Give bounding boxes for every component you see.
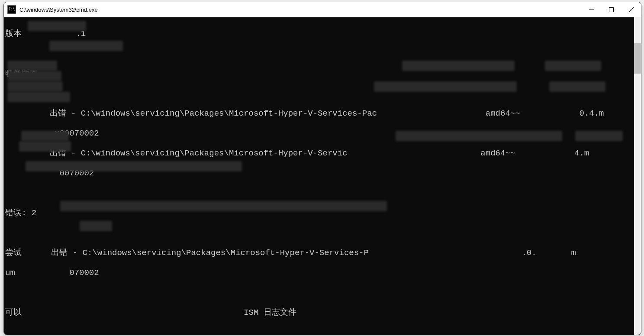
redaction <box>7 81 63 92</box>
redaction <box>80 221 112 231</box>
console-line: 可以 ISM 日志文件 <box>5 308 641 318</box>
redaction <box>26 161 242 171</box>
scrollbar-thumb[interactable] <box>634 43 641 74</box>
cmd-window: C:\ C:\windows\System32\cmd.exe 版本 .1 映像… <box>3 2 641 335</box>
redaction <box>49 41 123 51</box>
redaction <box>7 71 61 81</box>
console-line: um 070002 <box>5 268 641 278</box>
redaction <box>7 92 70 102</box>
redaction <box>402 61 515 71</box>
window-controls <box>581 2 641 17</box>
console-line: 出错 - C:\windows\servicing\Packages\Micro… <box>5 109 641 119</box>
close-button[interactable] <box>621 2 641 17</box>
console-line <box>5 188 641 198</box>
console-output[interactable]: 版本 .1 映像版本 出错 - C:\windows\servicing\Pac… <box>4 17 641 335</box>
minimize-button[interactable] <box>581 2 601 17</box>
console-line: 尝试 出错 - C:\windows\servicing\Packages\Mi… <box>5 248 641 258</box>
redaction <box>396 131 562 141</box>
svg-rect-1 <box>609 7 613 12</box>
title-left: C:\ C:\windows\System32\cmd.exe <box>4 5 98 14</box>
console-line <box>5 89 641 99</box>
redaction <box>549 81 605 92</box>
console-line: 版本 .1 <box>5 29 641 39</box>
cmd-icon: C:\ <box>7 5 16 14</box>
redaction <box>60 201 387 211</box>
redaction <box>575 131 623 141</box>
maximize-button[interactable] <box>601 2 621 17</box>
titlebar[interactable]: C:\ C:\windows\System32\cmd.exe <box>4 2 641 17</box>
redaction <box>545 61 601 71</box>
scrollbar[interactable] <box>634 17 641 335</box>
console-line <box>5 328 641 335</box>
window-title: C:\windows\System32\cmd.exe <box>19 6 98 13</box>
redaction <box>21 131 69 141</box>
redaction <box>19 141 71 152</box>
redaction <box>7 61 57 71</box>
redaction <box>28 21 86 31</box>
console-line <box>5 288 641 298</box>
console-line: 出错 - C:\windows\servicing\Packages\Micro… <box>5 149 641 158</box>
client-area: 版本 .1 映像版本 出错 - C:\windows\servicing\Pac… <box>4 17 641 335</box>
redaction <box>374 81 517 92</box>
